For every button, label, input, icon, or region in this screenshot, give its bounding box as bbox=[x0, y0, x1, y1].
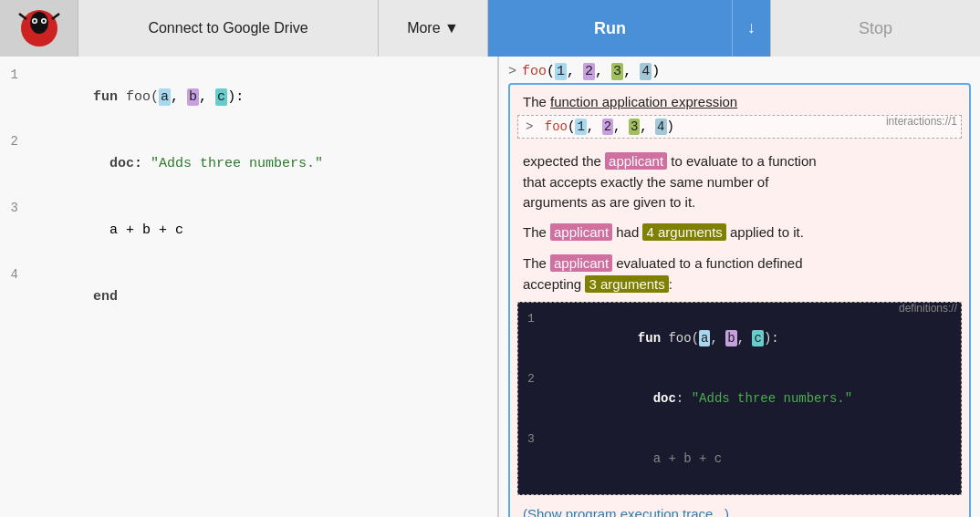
def-line-num-3: 3 bbox=[527, 429, 546, 450]
def-line-3: 3 a + b + c bbox=[527, 429, 952, 489]
svg-line-2 bbox=[19, 14, 26, 19]
body3-suffix: : bbox=[669, 276, 672, 292]
code-line-1: 1 fun foo(a, b, c): bbox=[0, 64, 497, 130]
error-title-prefix: The bbox=[523, 94, 550, 109]
body3-prefix: The bbox=[523, 255, 550, 271]
line-num-1: 1 bbox=[0, 64, 27, 86]
error-body-3: The applicant evaluated to a function de… bbox=[510, 250, 969, 302]
repl-fn-name: foo bbox=[522, 64, 547, 79]
param-a: a bbox=[159, 88, 171, 106]
line-content-1: fun foo(a, b, c): bbox=[27, 65, 497, 130]
error-panel: The function application expression inte… bbox=[508, 83, 971, 517]
code-line-2: 2 doc: "Adds three numbers." bbox=[0, 130, 497, 197]
line-num-3: 3 bbox=[0, 197, 27, 219]
error-header: The function application expression bbox=[510, 85, 969, 115]
run-group: Run ↓ bbox=[488, 0, 770, 57]
repl-arg3: 3 bbox=[611, 63, 623, 80]
src-sep1: , bbox=[587, 119, 602, 134]
indent2 bbox=[93, 156, 109, 171]
def-doc-keyword: doc bbox=[653, 391, 676, 406]
doc-string: "Adds three numbers." bbox=[151, 156, 323, 171]
src-arg3: 3 bbox=[629, 119, 640, 135]
run-button[interactable]: Run bbox=[488, 0, 732, 57]
colon2: : bbox=[134, 156, 151, 171]
repl-arg2: 2 bbox=[583, 63, 595, 80]
def-line-content-2: doc: "Adds three numbers." bbox=[546, 368, 852, 429]
source-label: interactions://1 bbox=[886, 115, 957, 128]
applicant-highlight-3: applicant bbox=[550, 254, 612, 272]
def-kw-fun: fun bbox=[638, 331, 669, 346]
stop-button[interactable]: Stop bbox=[770, 0, 980, 57]
repl-arg1: 1 bbox=[555, 63, 567, 80]
body2-mid: had bbox=[612, 224, 642, 240]
code-line-4: 4 end bbox=[0, 264, 497, 330]
sep1: , bbox=[171, 89, 187, 105]
applicant-highlight-1: applicant bbox=[605, 152, 667, 170]
svg-point-7 bbox=[42, 20, 45, 23]
def-sep1: , bbox=[710, 331, 725, 346]
main-content: 1 fun foo(a, b, c): 2 doc: "Adds three n… bbox=[0, 57, 980, 517]
param-b: b bbox=[187, 88, 199, 106]
def-line-content-1: fun foo(a, b, c): bbox=[546, 308, 779, 368]
src-arg4: 4 bbox=[655, 119, 666, 135]
code-line-3: 3 a + b + c bbox=[0, 197, 497, 264]
def-source-box: definitions:// 1 fun foo(a, b, c): 2 doc… bbox=[517, 302, 962, 495]
error-title-link[interactable]: function application expression bbox=[550, 94, 737, 109]
svg-line-3 bbox=[52, 14, 59, 19]
src-fn-name: foo bbox=[545, 119, 568, 134]
indent3: a + b + c bbox=[93, 222, 183, 238]
repl-paren-open: ( bbox=[547, 64, 555, 79]
line-content-3: a + b + c bbox=[27, 198, 497, 264]
logo-icon bbox=[17, 6, 61, 50]
src-sep2: , bbox=[613, 119, 629, 134]
fn-name: foo( bbox=[126, 89, 159, 105]
line-num-4: 4 bbox=[0, 264, 27, 285]
src-arg2: 2 bbox=[602, 119, 613, 135]
def-paren-close: ): bbox=[764, 331, 779, 346]
def-line-content-3: a + b + c bbox=[546, 429, 722, 489]
repl-arg4: 4 bbox=[640, 63, 652, 80]
def-indent2 bbox=[638, 391, 653, 406]
sep2: , bbox=[199, 89, 215, 105]
repl-sep2: , bbox=[595, 64, 611, 79]
keyword-fun: fun bbox=[93, 89, 126, 105]
keyword-end: end bbox=[93, 289, 118, 305]
run-dropdown-button[interactable]: ↓ bbox=[732, 0, 770, 57]
more-button[interactable]: More ▼ bbox=[379, 0, 488, 57]
def-line-2: 2 doc: "Adds three numbers." bbox=[527, 368, 952, 429]
doc-keyword: doc bbox=[109, 156, 134, 171]
app-logo bbox=[0, 0, 78, 57]
source-expr: foo(1, 2, 3, 4) bbox=[545, 119, 674, 135]
connect-drive-button[interactable]: Connect to Google Drive bbox=[78, 0, 379, 57]
error-body-1: expected the applicant to evaluate to a … bbox=[510, 146, 969, 219]
def-doc-string: "Adds three numbers." bbox=[692, 391, 852, 406]
repl-sep3: , bbox=[623, 64, 640, 79]
def-fn-name: foo( bbox=[668, 331, 699, 346]
param-c: c bbox=[215, 88, 227, 106]
svg-point-6 bbox=[33, 20, 36, 23]
src-paren-close: ) bbox=[667, 119, 674, 134]
source-prompt: > bbox=[526, 119, 533, 134]
def-body: a + b + c bbox=[638, 451, 722, 466]
def-param-a: a bbox=[699, 330, 710, 346]
arguments-highlight-1: 4 arguments bbox=[642, 223, 725, 241]
paren-close: ): bbox=[227, 89, 244, 105]
repl-prompt-line: > foo(1, 2, 3, 4) bbox=[508, 64, 971, 79]
def-colon: : bbox=[676, 391, 692, 406]
def-line-1: 1 fun foo(a, b, c): bbox=[527, 308, 952, 368]
def-param-b: b bbox=[725, 330, 736, 346]
toolbar: Connect to Google Drive More ▼ Run ↓ Sto… bbox=[0, 0, 980, 57]
error-body-2: The applicant had 4 arguments applied to… bbox=[510, 219, 969, 251]
error-source-box: interactions://1 > foo(1, 2, 3, 4) bbox=[517, 115, 962, 139]
applicant-highlight-2: applicant bbox=[550, 223, 612, 241]
code-editor[interactable]: 1 fun foo(a, b, c): 2 doc: "Adds three n… bbox=[0, 57, 499, 517]
show-trace-link[interactable]: (Show program execution trace...) bbox=[510, 502, 969, 517]
body2-prefix: The bbox=[523, 224, 550, 240]
def-line-num-1: 1 bbox=[527, 309, 546, 329]
repl-expression: foo(1, 2, 3, 4) bbox=[522, 64, 660, 79]
body2-suffix: applied to it. bbox=[726, 224, 804, 240]
repl-pane[interactable]: > foo(1, 2, 3, 4) The function applicati… bbox=[499, 57, 980, 517]
repl-sep1: , bbox=[567, 64, 583, 79]
def-param-c: c bbox=[752, 330, 763, 346]
src-sep3: , bbox=[640, 119, 655, 134]
